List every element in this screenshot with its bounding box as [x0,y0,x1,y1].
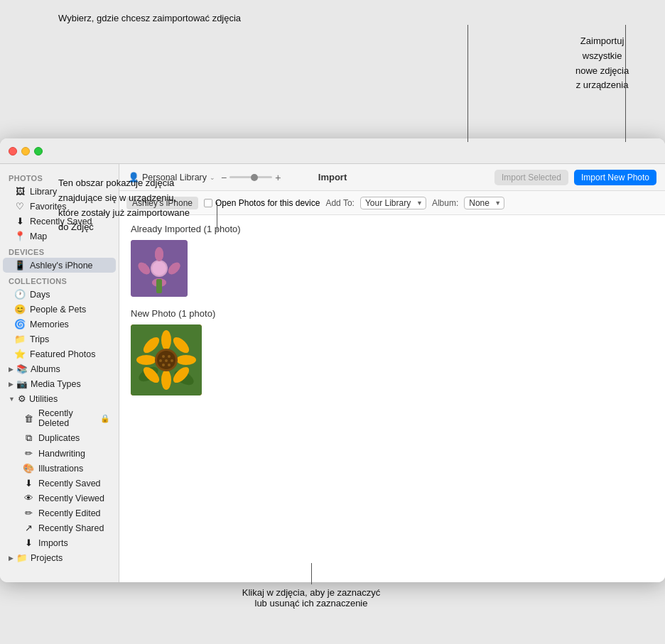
already-imported-grid [131,240,654,297]
album-select-wrapper: None ▼ [464,197,504,209]
mediatypes-icon: 📷 [16,378,28,389]
sidebar-item-illustrations[interactable]: 🎨 Illustrations [3,461,116,476]
sunflower-svg [131,324,202,395]
annotation-line-top [467,25,468,142]
sidebar-item-recently-viewed[interactable]: 👁 Recently Viewed [3,491,116,506]
imports-icon: ⬇ [23,537,34,548]
annotation-top-right: Zaimportuj wszystkie nowe zdjęcia z urzą… [575,34,629,93]
close-button[interactable] [9,147,17,155]
sidebar-item-recently-saved-util[interactable]: ⬇ Recently Saved [3,476,116,491]
album-label: Album: [432,198,458,208]
featured-icon: ⭐ [14,349,26,359]
svg-point-10 [152,261,166,275]
svg-point-30 [162,364,165,366]
sidebar-albums-toggle[interactable]: ▶ 📚 Albums [3,361,116,376]
new-photo-thumb[interactable] [131,324,202,395]
zoom-slider[interactable] [229,176,272,178]
chevron-right-icon-3: ▶ [9,555,13,562]
trips-icon: 📁 [14,334,26,344]
annotation-top-left: Wybierz, gdzie chcesz zaimportować zdjęc… [58,13,241,23]
lock-icon: 🔒 [100,414,110,423]
iphone-icon: 📱 [14,260,26,271]
sidebar-item-trips[interactable]: 📁 Trips [3,332,116,346]
already-imported-header: Already Imported (1 photo) [131,224,654,234]
maximize-button[interactable] [34,147,43,155]
sidebar-projects-toggle[interactable]: ▶ 📁 Projects [3,550,116,565]
library-select-wrapper: Your Library ▼ [360,197,426,209]
add-to-label: Add To: [325,198,354,208]
sidebar-item-duplicates[interactable]: ⧉ Duplicates [3,430,116,446]
toolbar-title: Import [318,172,347,182]
library-icon: 🖼 [14,186,26,197]
chevron-right-icon-2: ▶ [9,381,13,388]
sidebar-utilities-toggle[interactable]: ▼ ⚙ Utilities [3,391,116,406]
people-pets-icon: 😊 [14,304,26,315]
sidebar-item-recently-shared[interactable]: ↗ Recently Shared [3,520,116,535]
minimize-button[interactable] [21,147,30,155]
sidebar-item-handwriting[interactable]: ✏ Handwriting [3,446,116,461]
sidebar-item-days[interactable]: 🕐 Days [3,287,116,302]
recently-saved-icon: ⬇ [14,216,26,227]
traffic-lights [9,147,43,155]
memories-icon: 🌀 [14,319,26,329]
sidebar-item-memories[interactable]: 🌀 Memories [3,317,116,332]
illustrations-icon: 🎨 [23,463,34,474]
album-select[interactable]: None [464,197,504,209]
annotation-bottom-text: Klikaj w zdjęcia, aby je zaznaczyć lub u… [119,587,503,608]
new-photo-grid [131,324,654,395]
import-toolbar: Ashley's iPhone Open Photos for this dev… [119,191,665,215]
annotation-line-bottom [311,563,312,584]
sidebar-mediatypes-toggle[interactable]: ▶ 📷 Media Types [3,376,116,391]
flower-svg-imported [131,240,188,297]
recently-saved-util-icon: ⬇ [23,478,34,489]
recently-viewed-icon: 👁 [23,493,34,503]
chevron-right-icon: ▶ [9,366,13,373]
svg-point-18 [176,355,196,365]
svg-point-26 [168,355,171,358]
map-icon: 📍 [14,231,26,241]
sidebar-item-featured[interactable]: ⭐ Featured Photos [3,346,116,361]
sidebar-item-people-pets[interactable]: 😊 People & Pets [3,302,116,317]
sidebar-section-collections: Collections [0,273,119,287]
recently-shared-icon: ↗ [23,523,34,533]
projects-icon: 📁 [16,552,28,563]
already-imported-photo[interactable] [131,240,188,297]
sidebar-item-recently-edited[interactable]: ✏ Recently Edited [3,506,116,520]
annotation-line-right [625,25,626,142]
sidebar-item-imports[interactable]: ⬇ Imports [3,535,116,550]
sidebar-item-iphone[interactable]: 📱 Ashley's iPhone [3,258,116,273]
svg-point-17 [136,355,156,365]
svg-point-15 [161,330,171,350]
svg-point-16 [161,370,171,390]
days-icon: 🕐 [14,289,26,300]
favorites-icon: ♡ [14,201,26,212]
svg-point-28 [165,359,168,362]
zoom-in-icon[interactable]: + [275,172,281,183]
import-new-button[interactable]: Import New Photo [574,170,656,185]
import-selected-button[interactable]: Import Selected [494,170,568,185]
annotation-middle-left: Ten obszar pokazuje zdjęcia znajdujące s… [58,176,190,235]
library-select[interactable]: Your Library [360,197,426,209]
sidebar-item-recently-deleted[interactable]: 🗑 Recently Deleted 🔒 [3,406,116,430]
chevron-down-icon: ▼ [9,395,15,403]
recently-edited-icon: ✏ [23,508,34,518]
open-photos-checkbox[interactable] [204,199,212,207]
toolbar: 👤 Personal Library ⌄ − + Import Import S… [119,164,665,191]
open-photos-text: Open Photos for this device [215,198,320,208]
annotation-line-mid [217,202,217,231]
title-bar [0,138,665,164]
main-panel: 👤 Personal Library ⌄ − + Import Import S… [119,164,665,582]
library-chevron-icon: ⌄ [210,174,215,181]
utilities-icon: ⚙ [18,393,26,404]
svg-rect-11 [156,279,162,293]
duplicates-icon: ⧉ [23,432,34,444]
annotation-bottom: Klikaj w zdjęcia, aby je zaznaczyć lub u… [119,563,503,608]
svg-point-31 [168,364,171,366]
open-photos-label[interactable]: Open Photos for this device [204,198,320,208]
new-photo-header: New Photo (1 photo) [131,308,654,319]
trash-icon: 🗑 [23,413,34,424]
svg-point-6 [155,247,163,261]
zoom-out-icon[interactable]: − [221,172,227,183]
albums-icon: 📚 [16,364,28,374]
sidebar-section-devices: Devices [0,244,119,258]
